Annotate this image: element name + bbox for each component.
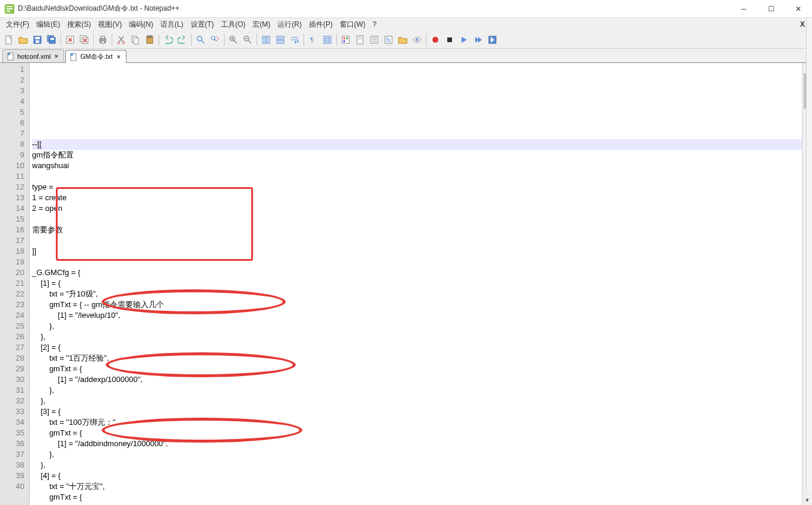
code-line[interactable]: }, <box>32 396 802 406</box>
code-line[interactable] <box>32 235 802 246</box>
monitor-icon[interactable] <box>410 33 424 46</box>
menu-settings[interactable]: 设置(T) <box>187 18 217 31</box>
code-line[interactable]: [1] = "/addyuanbao/100000", <box>32 503 802 505</box>
code-line[interactable]: ]] <box>32 246 802 257</box>
tab-close-icon[interactable]: ✕ <box>53 53 60 60</box>
code-line[interactable]: _G.GMCfg = { <box>32 267 802 278</box>
func-list-icon[interactable]: fx <box>382 33 395 46</box>
print-icon[interactable] <box>96 33 109 46</box>
code-line[interactable]: 2 = open <box>32 203 802 214</box>
svg-rect-36 <box>343 40 345 42</box>
code-line[interactable]: [1] = "/addbindmoney/1000000", <box>32 438 802 449</box>
scroll-down-icon[interactable]: ▼ <box>802 495 812 505</box>
code-line[interactable]: txt = "100万绑元：", <box>32 417 802 428</box>
menu-plugins[interactable]: 插件(P) <box>305 18 336 31</box>
code-line[interactable]: [3] = { <box>32 406 802 417</box>
svg-rect-29 <box>277 36 284 39</box>
menu-window[interactable]: 窗口(W) <box>336 18 369 31</box>
code-area[interactable]: --[[gm指令配置wangshuai type =1 = create2 = … <box>30 63 802 505</box>
wrap-icon[interactable] <box>288 33 301 46</box>
toolbar: ¶ fx <box>0 31 812 49</box>
code-line[interactable]: txt = "升10级", <box>32 289 802 299</box>
code-line[interactable]: [1] = "/levelup/10", <box>32 310 802 321</box>
menu-search[interactable]: 搜索(S) <box>64 18 94 31</box>
doc-map-icon[interactable] <box>353 33 366 46</box>
sync-v-icon[interactable] <box>260 33 273 46</box>
file-icon <box>69 53 78 61</box>
doc-list-icon[interactable] <box>368 33 381 46</box>
close-icon[interactable] <box>64 33 77 46</box>
save-icon[interactable] <box>31 33 44 46</box>
play-macro-icon[interactable] <box>457 33 470 46</box>
close-button[interactable]: ✕ <box>785 0 812 17</box>
udl-icon[interactable] <box>339 33 352 46</box>
redo-icon[interactable] <box>176 33 189 46</box>
menu-language[interactable]: 语言(L) <box>157 18 187 31</box>
code-line[interactable]: type = <box>32 182 802 192</box>
copy-icon[interactable] <box>129 33 142 46</box>
code-line[interactable]: --[[ <box>32 139 802 150</box>
svg-rect-16 <box>101 41 105 43</box>
menu-edit[interactable]: 编辑(E) <box>33 18 64 31</box>
menu-view[interactable]: 视图(V) <box>94 18 125 31</box>
code-line[interactable]: gmTxt = { <box>32 492 802 503</box>
undo-icon[interactable] <box>162 33 175 46</box>
cut-icon[interactable] <box>115 33 128 46</box>
menu-help[interactable]: ? <box>369 19 380 30</box>
close-all-icon[interactable] <box>78 33 91 46</box>
code-line[interactable]: gmTxt = { <box>32 364 802 374</box>
find-icon[interactable] <box>194 33 207 46</box>
code-line[interactable]: [1] = "/addexp/1000000", <box>32 374 802 385</box>
save-all-icon[interactable] <box>45 33 58 46</box>
tab-close-icon[interactable]: ✕ <box>115 53 122 61</box>
zoom-in-icon[interactable] <box>227 33 240 46</box>
paste-icon[interactable] <box>143 33 156 46</box>
code-line[interactable]: }, <box>32 385 802 396</box>
folder-workspace-icon[interactable] <box>396 33 409 46</box>
svg-rect-35 <box>346 37 348 39</box>
editor[interactable]: 1234567891011121314151617181920212223242… <box>0 63 812 505</box>
code-line[interactable]: 1 = create <box>32 192 802 203</box>
minimize-button[interactable]: ─ <box>730 0 757 17</box>
menu-file[interactable]: 文件(F) <box>2 18 33 31</box>
code-line[interactable] <box>32 171 802 182</box>
svg-rect-20 <box>134 38 138 44</box>
show-all-chars-icon[interactable]: ¶ <box>307 33 320 46</box>
zoom-out-icon[interactable] <box>241 33 254 46</box>
code-line[interactable] <box>32 214 802 225</box>
sync-h-icon[interactable] <box>274 33 287 46</box>
save-macro-icon[interactable] <box>486 33 499 46</box>
code-line[interactable]: gmTxt = { -- gm指令需要输入几个 <box>32 299 802 310</box>
code-line[interactable]: }, <box>32 321 802 332</box>
code-line[interactable]: txt = "1百万经验", <box>32 353 802 364</box>
menu-encoding[interactable]: 编码(N) <box>125 18 157 31</box>
new-file-icon[interactable] <box>2 33 15 46</box>
menu-macro[interactable]: 宏(M) <box>249 18 274 31</box>
code-line[interactable]: txt = "十万元宝", <box>32 481 802 492</box>
code-line[interactable]: }, <box>32 460 802 471</box>
code-line[interactable]: 需要参数 <box>32 225 802 235</box>
menu-run[interactable]: 运行(R) <box>274 18 305 31</box>
code-line[interactable]: gm指令配置 <box>32 150 802 160</box>
line-number-gutter: 1234567891011121314151617181920212223242… <box>0 63 30 505</box>
code-line[interactable]: gmTxt = { <box>32 428 802 438</box>
replace-icon[interactable] <box>208 33 222 46</box>
indent-guide-icon[interactable] <box>321 33 334 46</box>
open-file-icon[interactable] <box>17 33 30 46</box>
tab-gm-cmd[interactable]: GM命令.txt ✕ <box>65 50 126 63</box>
stop-macro-icon[interactable] <box>443 33 456 46</box>
tab-hotconf[interactable]: hotconf.xml ✕ <box>2 49 64 62</box>
svg-point-45 <box>416 39 418 41</box>
play-multi-icon[interactable] <box>472 33 485 46</box>
code-line[interactable] <box>32 257 802 267</box>
code-line[interactable]: }, <box>32 449 802 460</box>
menu-tools[interactable]: 工具(O) <box>217 18 249 31</box>
code-line[interactable]: wangshuai <box>32 160 802 171</box>
right-dock-strip <box>806 18 812 492</box>
code-line[interactable]: [2] = { <box>32 342 802 353</box>
code-line[interactable]: }, <box>32 332 802 342</box>
maximize-button[interactable]: ☐ <box>757 0 785 17</box>
record-macro-icon[interactable] <box>429 33 442 46</box>
code-line[interactable]: [4] = { <box>32 471 802 481</box>
code-line[interactable]: [1] = { <box>32 278 802 289</box>
